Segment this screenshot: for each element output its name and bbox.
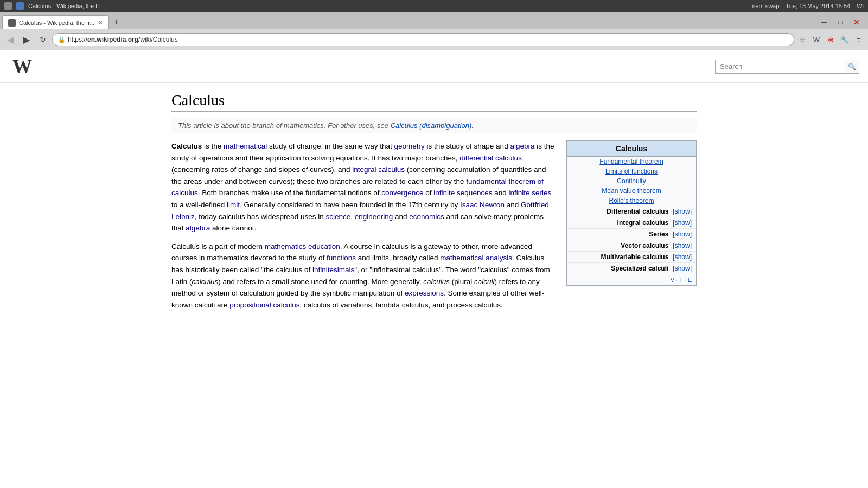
infobox-show-button-4[interactable]: [show] [673, 253, 692, 261]
infobox-link-mean-value-text: Mean value theorem [602, 187, 661, 195]
infobox-link-limits-text: Limits of functions [605, 168, 658, 175]
infobox-link-continuity[interactable]: Continuity [567, 176, 696, 186]
infobox-show-button-1[interactable]: [show] [673, 219, 692, 227]
wiki-search-input[interactable] [715, 60, 845, 74]
taskbar: Calculus - Wikipedia, the fr... mem swap… [0, 0, 868, 12]
wiki-main: Calculus This article is about the branc… [163, 92, 705, 317]
infobox-row-label-1: Integral calculus [571, 219, 668, 227]
infobox-row-series: Series [show] [567, 229, 696, 240]
nav-bar: ◀ ▶ ↻ 🔒 https://en.wikipedia.org/wiki/Ca… [0, 29, 868, 50]
calculus-italic: calculus [423, 278, 450, 286]
infobox-link-limits[interactable]: Limits of functions [567, 166, 696, 176]
infobox-row-differential: Differential calculus [show] [567, 206, 696, 217]
link-expressions[interactable]: expressions [405, 289, 444, 297]
infobox-row-specialized: Specialized calculi [show] [567, 263, 696, 274]
address-path: /wiki/Calculus [138, 36, 178, 43]
link-mathematical-analysis[interactable]: mathematical analysis [440, 254, 512, 262]
ssl-lock-icon: 🔒 [58, 36, 66, 43]
link-science[interactable]: science [326, 213, 350, 221]
infobox-show-button-3[interactable]: [show] [673, 242, 692, 249]
link-mathematical[interactable]: mathematical [224, 142, 267, 150]
disambiguation-note: This article is about the branch of math… [171, 118, 697, 133]
stop-button[interactable]: ⊗ [825, 34, 837, 46]
wiki-logo: W [9, 53, 36, 80]
infobox-show-button-5[interactable]: [show] [673, 265, 692, 272]
infobox-show-button-0[interactable]: [show] [673, 208, 692, 215]
nav-extras: ☆ W ⊗ 🔧 ≡ [796, 34, 865, 46]
taskbar-right: mem swap Tue, 13 May 2014 15:54 Wi [750, 3, 864, 9]
tab-bar: Calculus - Wikipedia, the fr... ✕ + ─ □ … [0, 12, 868, 29]
taskbar-window-label: Calculus - Wikipedia, the fr... [28, 3, 104, 9]
article-title: Calculus [171, 92, 697, 112]
wiki-page: W 🔍 Calculus This article is about the b… [0, 50, 868, 488]
link-economics[interactable]: economics [409, 213, 444, 221]
disambiguation-text: This article is about the branch of math… [178, 121, 388, 130]
new-tab-button[interactable]: + [109, 15, 123, 29]
infobox-rows: Differential calculus [show] Integral ca… [567, 206, 696, 274]
link-newton[interactable]: Isaac Newton [460, 201, 505, 209]
disambiguation-link-text: Calculus (disambiguation) [391, 121, 472, 130]
refresh-button[interactable]: ↻ [36, 33, 50, 47]
link-algebra-2[interactable]: algebra [186, 224, 210, 232]
wiki-search-button[interactable]: 🔍 [845, 60, 859, 74]
extension-button[interactable]: 🔧 [839, 34, 851, 46]
link-math-education[interactable]: mathematics education [265, 242, 340, 251]
infobox: Calculus Fundamental theorem Limits of f… [566, 140, 697, 286]
infobox-show-button-2[interactable]: [show] [673, 230, 692, 238]
calculus-bold: Calculus [171, 142, 202, 150]
infobox-footer: V · T · E [567, 274, 696, 285]
menu-button[interactable]: ≡ [853, 34, 865, 46]
window-minimize-button[interactable]: ─ [817, 15, 831, 29]
back-button[interactable]: ◀ [3, 33, 17, 47]
link-engineering[interactable]: engineering [355, 213, 393, 221]
infobox-row-integral: Integral calculus [show] [567, 217, 696, 229]
infobox-link-fundamental[interactable]: Fundamental theorem [567, 157, 696, 166]
infobox-row-label-4: Multivariable calculus [571, 253, 668, 261]
window-close-button[interactable]: ✕ [850, 15, 864, 29]
wiki-logo-text: W [12, 55, 32, 78]
link-infinite-sequences[interactable]: infinite sequences [433, 189, 492, 197]
browser-chrome: Calculus - Wikipedia, the fr... ✕ + ─ □ … [0, 12, 868, 50]
tab-calculus[interactable]: Calculus - Wikipedia, the fr... ✕ [2, 15, 109, 29]
infobox-row-label-2: Series [571, 230, 668, 238]
tab-title: Calculus - Wikipedia, the fr... [19, 20, 94, 26]
bookmark-manager-button[interactable]: W [810, 34, 822, 46]
link-infinite-series[interactable]: infinite series [508, 189, 551, 197]
address-domain: en.wikipedia.org [87, 36, 138, 43]
wiki-content: Calculus This article is about the branc… [163, 83, 705, 326]
address-bar[interactable]: 🔒 https://en.wikipedia.org/wiki/Calculus [52, 33, 794, 46]
disambiguation-link[interactable]: Calculus (disambiguation) [391, 121, 472, 130]
link-differential-calculus[interactable]: differential calculus [459, 154, 522, 162]
taskbar-system-info: mem swap [750, 3, 779, 9]
infobox-row-multivariable: Multivariable calculus [show] [567, 252, 696, 263]
infobox-top-links-section: Fundamental theorem Limits of functions … [567, 157, 696, 206]
address-text: https://en.wikipedia.org/wiki/Calculus [68, 36, 178, 43]
link-propositional-calculus[interactable]: propositional calculus [229, 301, 299, 309]
taskbar-browser-icon [16, 2, 24, 10]
link-algebra[interactable]: algebra [510, 142, 534, 150]
window-maximize-button[interactable]: □ [833, 15, 847, 29]
taskbar-left: Calculus - Wikipedia, the fr... [4, 2, 104, 10]
taskbar-datetime: Tue, 13 May 2014 15:54 [786, 3, 850, 9]
infobox-link-continuity-text: Continuity [617, 177, 646, 185]
calculi-italic: calculi [474, 278, 495, 286]
infobox-link-mean-value[interactable]: Mean value theorem [567, 186, 696, 196]
infobox-row-label-3: Vector calculus [571, 242, 668, 249]
infobox-link-rolles[interactable]: Rolle's theorem [567, 196, 696, 206]
bookmark-star-button[interactable]: ☆ [796, 34, 808, 46]
link-functions[interactable]: functions [327, 254, 356, 262]
forward-button[interactable]: ▶ [20, 33, 34, 47]
link-integral-calculus[interactable]: integral calculus [352, 165, 405, 174]
infobox-link-fundamental-text: Fundamental theorem [599, 158, 663, 165]
article-body-container: Calculus Fundamental theorem Limits of f… [171, 140, 697, 317]
tab-close-button[interactable]: ✕ [98, 19, 103, 27]
infobox-row-label-5: Specialized calculi [571, 265, 668, 272]
infobox-footer-text: V · T · E [671, 277, 692, 283]
infobox-row-vector: Vector calculus [show] [567, 240, 696, 252]
infobox-title: Calculus [567, 141, 696, 157]
link-limit[interactable]: limit [227, 201, 240, 209]
wiki-search-container: 🔍 [715, 60, 859, 74]
link-geometry[interactable]: geometry [394, 142, 425, 150]
link-convergence[interactable]: convergence [381, 189, 423, 197]
link-infinitesimals[interactable]: infinitesimals [312, 266, 354, 274]
